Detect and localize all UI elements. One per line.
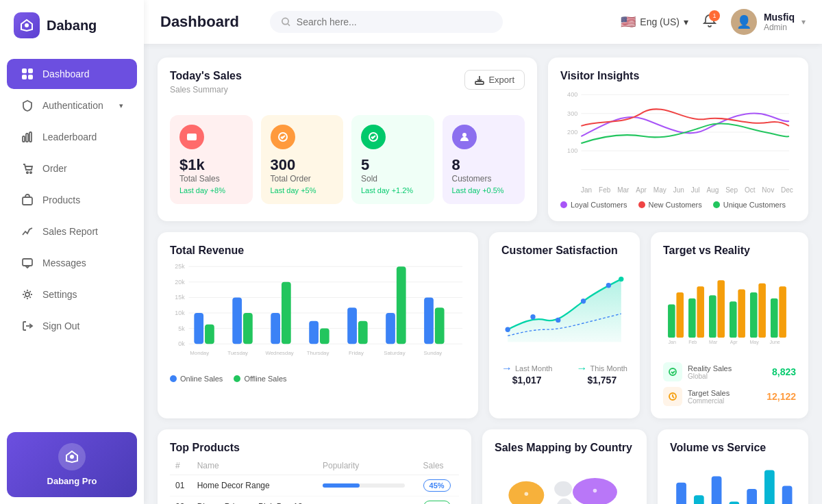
stat-customers: 8 Customers Last day +0.5% <box>443 115 525 204</box>
stat-total-sales: $1k Total Sales Last day +8% <box>170 115 253 204</box>
svg-rect-53 <box>358 321 368 344</box>
last-month-value: $1,017 <box>501 375 552 386</box>
offline-sales-legend: Offline Sales <box>234 375 286 383</box>
sidebar-item-label: Order <box>42 163 67 174</box>
todays-sales-card: Today's Sales Sales Summary Export $1 <box>158 58 537 221</box>
svg-point-67 <box>556 318 560 323</box>
search-icon <box>281 16 291 27</box>
svg-point-13 <box>25 292 29 297</box>
svg-point-98 <box>593 489 597 493</box>
svg-rect-8 <box>29 132 32 142</box>
svg-rect-105 <box>764 470 775 504</box>
products-table: # Name Popularity Sales 01 Home Decor Ra… <box>170 457 459 504</box>
sidebar-item-order[interactable]: Order <box>7 153 137 184</box>
svg-text:Apr: Apr <box>730 340 738 345</box>
svg-point-1 <box>25 23 29 27</box>
total-revenue-card: Total Revenue 25k 20k 15k 10k 5k 0k <box>158 232 478 418</box>
sidebar-item-label: Leaderboard <box>42 131 97 142</box>
volume-vs-service-card: Volume vs Service <box>658 429 808 504</box>
sidebar-item-authentication[interactable]: Authentication ▾ <box>7 90 137 121</box>
svg-rect-100 <box>676 483 686 504</box>
revenue-legend: Online Sales Offline Sales <box>170 375 466 383</box>
sidebar-item-dashboard[interactable]: Dashboard <box>7 59 137 89</box>
search-input[interactable] <box>297 16 492 27</box>
products-icon <box>21 193 34 207</box>
svg-rect-101 <box>694 495 704 504</box>
stat-label: Total Sales <box>179 174 243 184</box>
satisfaction-title: Customer Satisfaction <box>501 244 627 257</box>
user-info[interactable]: 👤 Musfiq Admin ▾ <box>731 9 806 35</box>
pro-label: Dabang Pro <box>18 476 126 486</box>
svg-rect-74 <box>697 286 704 338</box>
svg-point-16 <box>70 455 74 459</box>
svg-text:200: 200 <box>567 129 577 136</box>
sales-subtitle: Sales Summary <box>170 85 242 94</box>
stats-grid: $1k Total Sales Last day +8% 300 Total O… <box>170 115 525 204</box>
this-month-metric: → This Month $1,757 <box>577 362 627 386</box>
table-row: 02 Disney Princess Pink Bag 18 29% <box>170 496 459 505</box>
svg-rect-76 <box>717 280 725 338</box>
svg-rect-82 <box>779 286 786 338</box>
svg-text:100: 100 <box>567 147 577 154</box>
stat-change: Last day +0.5% <box>452 186 516 194</box>
shield-icon <box>21 99 34 112</box>
svg-text:5k: 5k <box>178 325 185 332</box>
svg-rect-18 <box>475 81 484 84</box>
stat-total-order: 300 Total Order Last day +5% <box>261 115 344 204</box>
table-row: 01 Home Decor Range 45% <box>170 475 459 496</box>
messages-icon <box>21 256 34 270</box>
svg-text:Wednesday: Wednesday <box>265 350 293 356</box>
visitor-legend: Loyal Customers New Customers Unique Cus… <box>560 201 796 209</box>
svg-rect-46 <box>232 297 242 344</box>
sales-report-icon <box>21 225 34 238</box>
notifications-button[interactable]: 1 <box>702 13 717 31</box>
unique-label: Unique Customers <box>723 201 786 209</box>
svg-rect-71 <box>668 305 675 338</box>
svg-rect-56 <box>424 297 434 344</box>
language-selector[interactable]: 🇺🇸 Eng (US) ▾ <box>621 14 688 29</box>
export-button[interactable]: Export <box>464 70 525 90</box>
sidebar-item-leaderboard[interactable]: Leaderboard <box>7 122 137 152</box>
sales-icon <box>179 125 204 149</box>
visitor-chart: 400 300 200 100 <box>560 85 796 181</box>
sidebar-pro-banner[interactable]: Dabang Pro <box>7 432 137 497</box>
reality-name: Reality Sales <box>688 364 767 373</box>
sales-badge: 45% <box>423 479 451 492</box>
sidebar-logo: Dabang <box>0 0 144 51</box>
sales-title: Today's Sales <box>170 70 242 82</box>
svg-text:400: 400 <box>567 91 577 98</box>
export-icon <box>475 75 484 85</box>
map-title: Sales Mapping by Country <box>495 442 634 454</box>
revenue-bar-chart: 25k 20k 15k 10k 5k 0k <box>170 260 466 369</box>
sidebar-item-sales-report[interactable]: Sales Report <box>7 216 137 247</box>
svg-text:25k: 25k <box>175 263 185 270</box>
this-month-value: $1,757 <box>577 375 627 386</box>
customers-icon <box>452 125 477 149</box>
svg-point-22 <box>462 133 466 137</box>
svg-text:Feb: Feb <box>688 340 697 344</box>
stat-sold: 5 Sold Last day +1.2% <box>351 115 434 204</box>
svg-text:Sunday: Sunday <box>424 350 443 356</box>
visitor-insights-card: Visitor Insights 400 300 200 100 <box>548 58 808 221</box>
revenue-title: Total Revenue <box>170 244 466 257</box>
svg-rect-47 <box>243 313 253 344</box>
svg-rect-3 <box>28 68 33 73</box>
svg-rect-55 <box>397 266 406 344</box>
sidebar-item-sign-out[interactable]: Sign Out <box>7 311 137 341</box>
search-bar[interactable] <box>270 11 503 33</box>
stat-change: Last day +5% <box>271 186 334 194</box>
reality-icon <box>663 362 682 381</box>
sidebar-item-messages[interactable]: Messages <box>7 248 137 278</box>
svg-rect-6 <box>23 136 25 142</box>
target-chart: Jan Feb Mar Apr May June <box>663 260 796 355</box>
svg-point-69 <box>606 283 611 288</box>
offline-dot <box>234 375 240 382</box>
svg-rect-106 <box>782 486 793 504</box>
reality-sub: Global <box>688 373 767 380</box>
this-month-label: This Month <box>590 364 627 373</box>
sidebar-item-products[interactable]: Products <box>7 185 137 215</box>
main-area: Dashboard 🇺🇸 Eng (US) ▾ 1 👤 Musfiq Admin <box>144 0 822 504</box>
col-sales: Sales <box>418 457 459 475</box>
svg-rect-78 <box>738 290 745 338</box>
sidebar-item-settings[interactable]: Settings <box>7 279 137 310</box>
